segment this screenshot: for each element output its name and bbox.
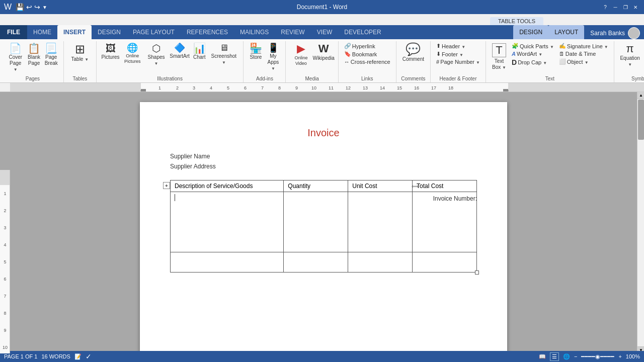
- cover-page-button[interactable]: 📄 Cover Page ▼: [6, 42, 25, 73]
- word-count: 16 WORDS: [41, 353, 70, 359]
- screenshot-button[interactable]: 🖥 Screenshot ▼: [208, 42, 239, 66]
- hyperlink-icon: 🔗: [344, 43, 351, 49]
- customize-icon[interactable]: ▼: [42, 5, 47, 10]
- svg-text:1: 1: [158, 85, 161, 90]
- save-icon[interactable]: 💾: [16, 3, 24, 11]
- tab-file[interactable]: FILE: [0, 25, 27, 39]
- notes-icon[interactable]: 📝: [74, 353, 82, 360]
- blank-page-button[interactable]: 📋 Blank Page: [26, 42, 42, 67]
- table-row[interactable]: [171, 192, 477, 252]
- footer-icon: ⬇: [436, 51, 441, 57]
- my-apps-button[interactable]: 📱 My Apps ▼: [265, 42, 281, 72]
- chart-button[interactable]: 📊 Chart: [191, 42, 207, 61]
- user-avatar[interactable]: [628, 27, 640, 39]
- cell-unit-cost-1[interactable]: [348, 192, 413, 252]
- tab-insert[interactable]: INSERT: [57, 25, 92, 39]
- tab-home[interactable]: HOME: [27, 25, 57, 39]
- quick-access-toolbar: W 💾 ↩ ↪ ▼: [4, 3, 47, 12]
- signature-line-button[interactable]: ✍ Signature Line ▼: [557, 42, 610, 50]
- user-name: Sarah Banks: [590, 30, 625, 37]
- online-pictures-button[interactable]: 🌐 Online Pictures: [121, 42, 143, 65]
- read-mode-icon[interactable]: 📖: [539, 353, 546, 360]
- print-layout-icon[interactable]: ☰: [550, 352, 559, 361]
- cross-reference-button[interactable]: ↔ Cross-reference: [343, 58, 392, 65]
- cell-description-1[interactable]: [171, 192, 284, 252]
- table-row[interactable]: [171, 252, 477, 273]
- cell-quantity-2[interactable]: [284, 252, 348, 273]
- table-resize-handle[interactable]: [475, 270, 479, 275]
- column-resize-handle[interactable]: ⟺: [412, 184, 419, 189]
- cell-description-2[interactable]: [171, 252, 284, 273]
- vertical-scrollbar[interactable]: ▲ ▼: [637, 92, 644, 353]
- tables-label: Tables: [64, 76, 96, 81]
- quick-parts-icon: 🧩: [512, 43, 519, 49]
- object-button[interactable]: ⬜ Object ▼: [557, 58, 610, 65]
- tab-mailings[interactable]: MAILINGS: [234, 25, 275, 39]
- chart-label: Chart: [193, 54, 205, 60]
- online-video-button[interactable]: ▶ Online Video: [290, 42, 312, 67]
- date-time-button[interactable]: 🗓 Date & Time: [557, 50, 610, 57]
- help-button[interactable]: ?: [601, 3, 610, 12]
- svg-text:5: 5: [227, 85, 229, 90]
- tab-review[interactable]: REVIEW: [275, 25, 310, 39]
- close-button[interactable]: ✕: [631, 3, 640, 12]
- pages-label: Pages: [2, 76, 63, 81]
- undo-icon[interactable]: ↩: [26, 3, 32, 11]
- hyperlink-button[interactable]: 🔗 Hyperlink: [343, 42, 392, 50]
- invoice-table: Description of Service/Goods Quantity Un…: [170, 180, 477, 273]
- redo-icon[interactable]: ↪: [34, 3, 40, 11]
- minimize-button[interactable]: ─: [611, 3, 620, 12]
- tab-references[interactable]: REFERENCES: [181, 25, 234, 39]
- cell-unit-cost-2[interactable]: [348, 252, 413, 273]
- zoom-slider[interactable]: ━━━━◉━━━━: [581, 353, 614, 360]
- col-total-cost: Total Cost ⟺: [413, 180, 477, 192]
- scrollbar-up-arrow[interactable]: ▲: [637, 92, 644, 99]
- ribbon: 📄 Cover Page ▼ 📋 Blank Page 📃 Page Break…: [0, 39, 644, 83]
- wordart-button[interactable]: A WordArt ▼: [510, 50, 555, 57]
- page-number-button[interactable]: # Page Number ▼: [435, 58, 481, 65]
- drop-cap-button[interactable]: D Drop Cap ▼: [510, 58, 555, 67]
- table-tools-bar: TABLE TOOLS: [0, 14, 644, 25]
- tab-view[interactable]: VIEW: [311, 25, 339, 39]
- chart-icon: 📊: [193, 43, 206, 53]
- bookmark-button[interactable]: 🔖 Bookmark: [343, 50, 392, 58]
- header-button[interactable]: ⬆ Header ▼: [435, 42, 481, 50]
- table-add-button[interactable]: +: [163, 182, 170, 189]
- tab-table-design[interactable]: DESIGN: [513, 25, 548, 39]
- quick-parts-button[interactable]: 🧩 Quick Parts ▼: [510, 42, 555, 50]
- restore-button[interactable]: ❐: [621, 3, 630, 12]
- web-layout-icon[interactable]: 🌐: [563, 353, 570, 360]
- track-changes-icon[interactable]: ✓: [86, 352, 92, 360]
- comments-label: Comments: [396, 76, 430, 81]
- tab-design[interactable]: DESIGN: [92, 25, 127, 39]
- cell-quantity-1[interactable]: [284, 192, 348, 252]
- document-page[interactable]: Invoice Supplier Name Supplier Address D…: [140, 102, 507, 353]
- zoom-in-icon[interactable]: +: [618, 353, 621, 359]
- zoom-out-icon[interactable]: −: [574, 353, 577, 359]
- store-button[interactable]: 🏪 Store: [248, 42, 264, 61]
- equation-button[interactable]: π Equation ▼: [618, 42, 642, 68]
- cell-total-cost-2[interactable]: [413, 252, 477, 273]
- smartart-icon: 🔷: [174, 43, 185, 52]
- tab-developer[interactable]: DEVELOPER: [338, 25, 387, 39]
- invoice-title: Invoice: [170, 127, 477, 139]
- svg-text:5: 5: [4, 259, 6, 264]
- text-box-icon: T: [492, 43, 506, 57]
- page-break-button[interactable]: 📃 Page Break: [43, 42, 59, 67]
- smartart-button[interactable]: 🔷 SmartArt: [169, 42, 190, 60]
- cell-total-cost-1[interactable]: [413, 192, 477, 252]
- wikipedia-button[interactable]: W Wikipedia: [313, 42, 334, 62]
- shapes-button[interactable]: ⬡ Shapes ▼: [144, 42, 168, 67]
- window-controls: ? ─ ❐ ✕: [601, 3, 640, 12]
- comment-button[interactable]: 💬 Comment: [400, 42, 426, 63]
- svg-text:14: 14: [380, 85, 385, 90]
- tab-pagelayout[interactable]: PAGE LAYOUT: [127, 25, 181, 39]
- pictures-button[interactable]: 🖼 Pictures: [101, 42, 120, 61]
- table-button[interactable]: ⊞ Table ▼: [68, 42, 92, 63]
- scrollbar-thumb[interactable]: [638, 100, 644, 140]
- page-number-icon: #: [436, 59, 439, 65]
- tab-table-layout[interactable]: LAYOUT: [548, 25, 584, 39]
- text-box-button[interactable]: T TextBox ▼: [490, 42, 508, 71]
- footer-button[interactable]: ⬇ Footer ▼: [435, 50, 481, 58]
- zoom-level[interactable]: 100%: [626, 353, 640, 359]
